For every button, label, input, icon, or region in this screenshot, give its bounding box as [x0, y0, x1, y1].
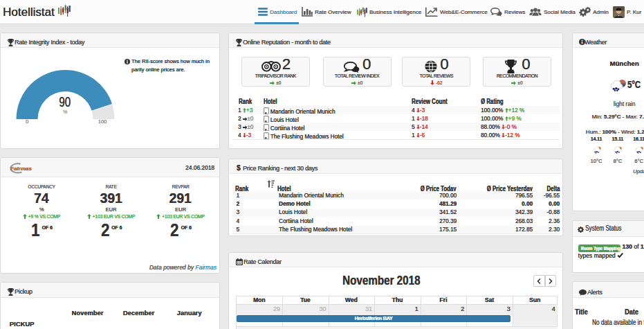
svg-text:Fairmas: Fairmas: [10, 166, 32, 172]
